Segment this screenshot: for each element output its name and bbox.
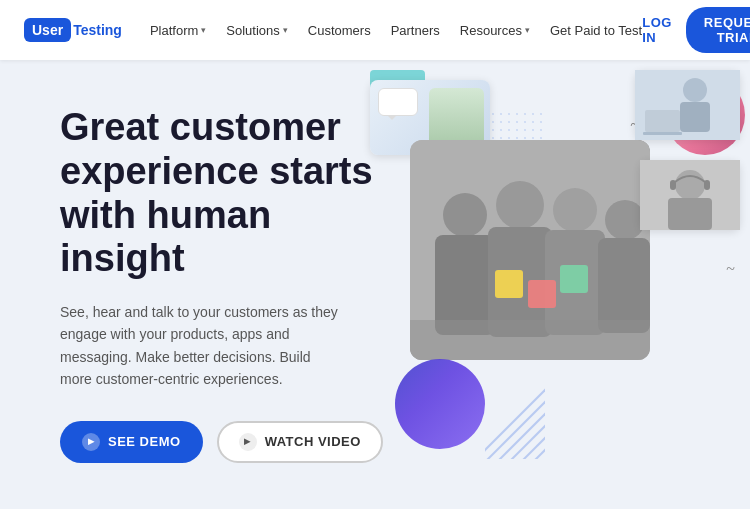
- navbar: User Testing Platform ▾ Solutions ▾ Cust…: [0, 0, 750, 60]
- nav-links: Platform ▾ Solutions ▾ Customers Partner…: [150, 23, 642, 38]
- svg-point-6: [443, 193, 487, 237]
- svg-rect-2: [680, 102, 710, 132]
- hero-subtitle: See, hear and talk to your customers as …: [60, 301, 340, 391]
- demo-button[interactable]: ▶ SEE DEMO: [60, 421, 203, 463]
- person-svg: [640, 160, 740, 230]
- svg-point-1: [683, 78, 707, 102]
- svg-rect-13: [598, 238, 650, 333]
- hero-buttons: ▶ SEE DEMO ▶ WATCH VIDEO: [60, 421, 400, 463]
- nav-resources[interactable]: Resources ▾: [460, 23, 530, 38]
- nav-partners[interactable]: Partners: [391, 23, 440, 38]
- nav-solutions[interactable]: Solutions ▾: [226, 23, 287, 38]
- logo-testing-text: Testing: [73, 22, 122, 38]
- laptop-person-svg: [635, 70, 740, 140]
- lines-decoration: [485, 379, 545, 459]
- logo-box: User: [24, 18, 71, 42]
- logo[interactable]: User Testing: [24, 18, 122, 42]
- hero-image-person: [640, 160, 740, 230]
- nav-customers[interactable]: Customers: [308, 23, 371, 38]
- svg-rect-20: [668, 198, 712, 230]
- svg-point-19: [675, 170, 705, 200]
- hero-image-laptop: [635, 70, 740, 140]
- svg-rect-21: [670, 180, 676, 190]
- hero-image-main: [410, 140, 650, 360]
- video-button[interactable]: ▶ WATCH VIDEO: [217, 421, 383, 463]
- people-group-svg: [410, 140, 650, 360]
- chevron-down-icon: ▾: [525, 25, 530, 35]
- svg-rect-22: [704, 180, 710, 190]
- trial-button[interactable]: REQUEST TRIAL: [686, 7, 750, 53]
- chevron-down-icon: ▾: [283, 25, 288, 35]
- svg-rect-17: [410, 320, 650, 360]
- hero-left: Great customer experience starts with hu…: [60, 106, 400, 462]
- svg-rect-15: [528, 280, 556, 308]
- svg-rect-16: [560, 265, 588, 293]
- hero-section: Great customer experience starts with hu…: [0, 60, 750, 509]
- nav-platform[interactable]: Platform ▾: [150, 23, 206, 38]
- svg-rect-4: [643, 132, 682, 135]
- play-icon: ▶: [82, 433, 100, 451]
- login-button[interactable]: LOG IN: [642, 15, 672, 45]
- chevron-down-icon: ▾: [201, 25, 206, 35]
- svg-point-8: [496, 181, 544, 229]
- svg-point-10: [553, 188, 597, 232]
- logo-user-text: User: [32, 22, 63, 38]
- play-icon: ▶: [239, 433, 257, 451]
- nav-right: LOG IN REQUEST TRIAL: [642, 7, 750, 53]
- svg-rect-3: [645, 110, 680, 132]
- squiggle2-decoration: ~: [726, 260, 735, 278]
- person-thumbnail: [429, 88, 484, 148]
- hero-title: Great customer experience starts with hu…: [60, 106, 400, 281]
- svg-point-12: [605, 200, 645, 240]
- hero-collage: ~: [370, 60, 750, 509]
- svg-rect-14: [495, 270, 523, 298]
- nav-get-paid[interactable]: Get Paid to Test: [550, 23, 642, 38]
- arc-decoration: [395, 359, 485, 449]
